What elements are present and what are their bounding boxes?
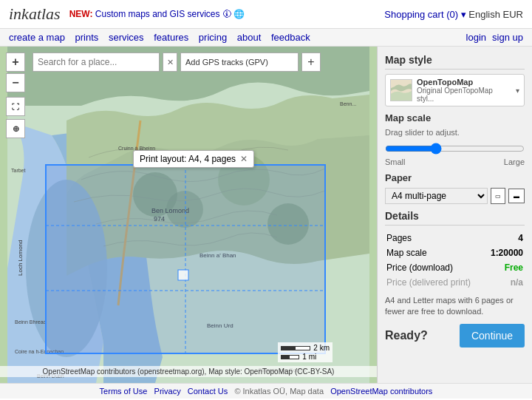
map-style-heading: Map style — [385, 54, 525, 70]
svg-rect-22 — [178, 270, 188, 280]
scale-slider[interactable] — [385, 143, 525, 155]
footer-copyright: © Inkatlas OÜ, Map data — [234, 387, 324, 396]
map-style-icon — [390, 79, 412, 101]
svg-text:Loch Lomond: Loch Lomond — [17, 240, 24, 276]
details-note: A4 and Letter maps with 6 pages or fewer… — [385, 295, 525, 318]
continue-button[interactable]: Continue — [460, 324, 525, 348]
navbar-left: create a map prints services features pr… — [9, 32, 318, 43]
map-background: Ben Lomond 974 Beinn a' Bhan Beinn Urd L… — [0, 47, 377, 383]
nav-about[interactable]: about — [237, 32, 262, 43]
price-delivered-value: n/a — [485, 276, 523, 289]
nav-pricing[interactable]: pricing — [199, 32, 227, 43]
pages-label: Pages — [386, 231, 484, 245]
navbar-right: login sign up — [466, 32, 523, 43]
login-link[interactable]: login — [466, 32, 486, 43]
search-clear-button[interactable]: ✕ — [163, 52, 177, 72]
currency-selector[interactable]: EUR — [503, 9, 523, 20]
details-table: Pages 4 Map scale 1:20000 Price (downloa… — [385, 230, 525, 291]
main: Ben Lomond 974 Beinn a' Bhan Beinn Urd L… — [0, 47, 532, 383]
location-button[interactable]: ⊕ — [6, 119, 25, 138]
footer-contact[interactable]: Contact Us — [188, 387, 228, 396]
map-style-arrow: ▾ — [516, 87, 519, 95]
currency-separator: ▾ — [461, 9, 469, 20]
ready-label: Ready? — [385, 329, 428, 342]
price-download-row: Price (download) Free — [386, 261, 523, 274]
sidebar: Map style OpenTopoMap Original OpenTopoM… — [377, 47, 532, 383]
ready-section: Ready? Continue — [385, 324, 525, 348]
scale-large-label: Large — [504, 157, 525, 166]
paper-select[interactable]: A4 multi-page — [385, 188, 488, 204]
paper-heading: Paper — [385, 172, 525, 183]
navbar: create a map prints services features pr… — [0, 29, 532, 47]
footer-terms[interactable]: Terms of Use — [100, 387, 148, 396]
zoom-in-button[interactable]: + — [6, 52, 25, 72]
map-style-selector[interactable]: OpenTopoMap Original OpenTopoMap styl...… — [385, 74, 525, 106]
gps-add-button[interactable]: + — [301, 52, 321, 72]
print-tooltip-label: Print layout: A4, 4 pages — [140, 154, 236, 164]
details-section: Pages 4 Map scale 1:20000 Price (downloa… — [385, 230, 525, 318]
print-tooltip-close[interactable]: ✕ — [240, 154, 248, 164]
paper-section: A4 multi-page ▭ ▬ — [385, 188, 525, 204]
price-download-value: Free — [485, 261, 523, 274]
pages-row: Pages 4 — [386, 231, 523, 245]
scale-heading: Map scale — [385, 112, 525, 123]
gps-input: Add GPS tracks (GPV) — [180, 52, 299, 72]
map-area[interactable]: Ben Lomond 974 Beinn a' Bhan Beinn Urd L… — [0, 47, 377, 383]
scale-section: Drag slider to adjust. Small Large — [385, 128, 525, 166]
svg-text:Beinn Bhreac: Beinn Bhreac — [15, 319, 47, 325]
price-delivered-label: Price (delivered print) — [386, 276, 484, 289]
map-style-desc: Original OpenTopoMap styl... — [417, 87, 511, 103]
footer-privacy[interactable]: Privacy — [154, 387, 181, 396]
map-style-name: OpenTopoMap — [417, 78, 511, 87]
nav-features[interactable]: features — [154, 32, 188, 43]
svg-text:Benn...: Benn... — [340, 101, 356, 106]
footer-osm-link[interactable]: OpenStreetMap contributors — [330, 387, 432, 396]
zoom-out-button[interactable]: − — [6, 73, 25, 92]
landscape-icon[interactable]: ▬ — [508, 189, 525, 203]
header: inkatlas NEW: Custom maps and GIS servic… — [0, 0, 532, 29]
new-banner: NEW: Custom maps and GIS services 🛈 🌐 — [69, 9, 245, 19]
map-scale-label: Map scale — [386, 246, 484, 260]
nav-services[interactable]: services — [109, 32, 144, 43]
nav-create-map[interactable]: create a map — [9, 32, 65, 43]
map-scale-row: Map scale 1:20000 — [386, 246, 523, 260]
language-selector[interactable]: English — [468, 9, 500, 20]
portrait-icon[interactable]: ▭ — [491, 188, 505, 204]
price-download-label: Price (download) — [386, 261, 484, 274]
paper-select-wrap: A4 multi-page ▭ ▬ — [385, 188, 525, 204]
globe-icon: 🌐 — [233, 9, 245, 19]
header-right: Shopping cart (0) ▾ English EUR — [384, 9, 523, 20]
scale-labels: Small Large — [385, 157, 525, 166]
scale-note: Drag slider to adjust. — [385, 128, 525, 137]
nav-feedback[interactable]: feedback — [271, 32, 310, 43]
search-input[interactable] — [33, 52, 160, 72]
scale-bar: 2 km 1 mi — [278, 342, 332, 362]
scale-small-label: Small — [385, 157, 406, 166]
new-link[interactable]: Custom maps and GIS services — [95, 9, 220, 19]
info-icon: 🛈 — [222, 9, 231, 19]
cart-link[interactable]: Shopping cart (0) — [384, 9, 458, 20]
footer: Terms of Use Privacy Contact Us © Inkatl… — [0, 383, 532, 399]
map-scale-value: 1:20000 — [485, 246, 523, 260]
nav-prints[interactable]: prints — [75, 32, 99, 43]
search-bar: ✕ Add GPS tracks (GPV) + — [33, 52, 321, 72]
signup-link[interactable]: sign up — [492, 32, 523, 43]
logo: inkatlas — [9, 4, 61, 24]
topo-icon — [391, 79, 412, 101]
map-style-text: OpenTopoMap Original OpenTopoMap styl... — [417, 78, 511, 103]
pages-value: 4 — [485, 231, 523, 245]
svg-text:Tarbet: Tarbet — [11, 168, 26, 173]
print-tooltip: Print layout: A4, 4 pages ✕ — [133, 150, 254, 168]
fullscreen-button[interactable]: ⛶ — [6, 97, 25, 116]
details-heading: Details — [385, 210, 525, 226]
map-attribution: OpenStreetMap contributors (openstreetma… — [0, 366, 377, 377]
map-controls: + − ⛶ ⊕ — [6, 52, 25, 138]
price-delivered-row: Price (delivered print) n/a — [386, 276, 523, 289]
